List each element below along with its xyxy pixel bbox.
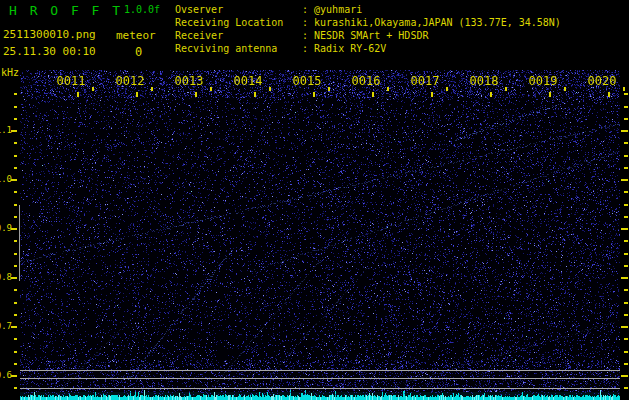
freq-minor-tick-right xyxy=(624,253,628,255)
freq-major-tick-right xyxy=(621,277,628,279)
time-minute-tick xyxy=(136,92,138,97)
freq-minor-tick-right xyxy=(624,387,628,389)
freq-minor-tick-right xyxy=(624,289,628,291)
time-sub-tick xyxy=(387,87,389,91)
time-sub-tick xyxy=(151,87,153,91)
freq-minor-tick-right xyxy=(624,142,628,144)
info-row-label: Ovserver xyxy=(175,3,302,16)
freq-minor-tick-left xyxy=(14,253,17,255)
time-axis-label: 0018 xyxy=(470,74,499,88)
freq-minor-tick-left xyxy=(14,240,17,242)
info-row-label: Receiver xyxy=(175,29,302,42)
freq-minor-tick-left xyxy=(14,351,17,353)
freq-minor-tick-right xyxy=(624,351,628,353)
observation-datetime: 25.11.30 00:10 xyxy=(3,45,96,58)
freq-minor-tick-left xyxy=(14,302,17,304)
time-sub-tick xyxy=(505,87,507,91)
freq-minor-tick-left xyxy=(14,142,17,144)
freq-minor-tick-left xyxy=(14,167,17,169)
time-sub-tick xyxy=(564,87,566,91)
freq-minor-tick-right xyxy=(624,314,628,316)
time-minute-tick xyxy=(490,92,492,97)
freq-minor-tick-right xyxy=(624,155,628,157)
freq-minor-tick-right xyxy=(624,338,628,340)
freq-minor-tick-right xyxy=(624,302,628,304)
info-row-separator: : xyxy=(302,17,314,28)
info-row: Receiver: NESDR SMArt + HDSDR xyxy=(175,29,561,42)
time-sub-tick xyxy=(210,87,212,91)
time-axis-label: 0013 xyxy=(175,74,204,88)
freq-minor-tick-right xyxy=(624,204,628,206)
freq-minor-tick-right xyxy=(624,106,628,108)
observer-info-block: Ovserver: @yuhmariReceiving Location: ku… xyxy=(175,3,561,55)
freq-minor-tick-left xyxy=(14,106,17,108)
freq-major-tick-left xyxy=(11,277,17,279)
time-minute-tick xyxy=(549,92,551,97)
freq-minor-tick-left xyxy=(14,387,17,389)
freq-minor-tick-right xyxy=(624,363,628,365)
time-axis-label: 0017 xyxy=(411,74,440,88)
time-minute-tick xyxy=(313,92,315,97)
freq-minor-tick-left xyxy=(14,191,17,193)
freq-minor-tick-left xyxy=(14,155,17,157)
hrofft-window: H R O F F T 1.0.0f 2511300010.png meteor… xyxy=(0,0,629,400)
time-minute-tick xyxy=(431,92,433,97)
info-row: Recviving antenna: Radix RY-62V xyxy=(175,42,561,55)
time-axis-label: 0011 xyxy=(57,74,86,88)
meteor-counter-value: 0 xyxy=(135,45,142,59)
time-minute-tick xyxy=(608,92,610,97)
freq-minor-tick-left xyxy=(14,204,17,206)
time-sub-tick xyxy=(92,87,94,91)
info-row-separator: : xyxy=(302,4,314,15)
time-sub-tick xyxy=(623,87,625,91)
meteor-counter-label: meteor xyxy=(116,29,156,42)
time-axis-label: 0014 xyxy=(234,74,263,88)
freq-major-tick-left xyxy=(11,228,17,230)
freq-major-tick-left xyxy=(11,179,17,181)
info-row-value: @yuhmari xyxy=(314,4,362,15)
time-axis-label: 0016 xyxy=(352,74,381,88)
time-minute-tick xyxy=(254,92,256,97)
info-row: Ovserver: @yuhmari xyxy=(175,3,561,16)
freq-minor-tick-left xyxy=(14,314,17,316)
freq-major-tick-left xyxy=(11,130,17,132)
freq-major-tick-right xyxy=(621,375,628,377)
frequency-unit-label: kHz xyxy=(1,67,19,78)
app-version: 1.0.0f xyxy=(124,4,160,15)
info-row-label: Receiving Location xyxy=(175,16,302,29)
app-title: H R O F F T xyxy=(9,3,123,18)
freq-minor-tick-right xyxy=(624,216,628,218)
time-axis-label: 0012 xyxy=(116,74,145,88)
freq-minor-tick-left xyxy=(14,216,17,218)
freq-minor-tick-right xyxy=(624,191,628,193)
freq-major-tick-right xyxy=(621,130,628,132)
freq-minor-tick-right xyxy=(624,118,628,120)
info-row-separator: : xyxy=(302,30,314,41)
freq-minor-tick-left xyxy=(14,265,17,267)
freq-minor-tick-left xyxy=(14,338,17,340)
info-row: Receiving Location: kurashiki,Okayama,JA… xyxy=(175,16,561,29)
time-minute-tick xyxy=(195,92,197,97)
time-minute-tick xyxy=(77,92,79,97)
freq-minor-tick-right xyxy=(624,167,628,169)
freq-minor-tick-left xyxy=(14,118,17,120)
time-sub-tick xyxy=(269,87,271,91)
time-sub-tick xyxy=(446,87,448,91)
freq-minor-tick-left xyxy=(14,363,17,365)
freq-major-tick-right xyxy=(621,179,628,181)
time-minute-tick xyxy=(372,92,374,97)
freq-minor-tick-left xyxy=(14,289,17,291)
info-row-value: NESDR SMArt + HDSDR xyxy=(314,30,428,41)
freq-major-tick-right xyxy=(621,326,628,328)
time-axis-label: 0019 xyxy=(529,74,558,88)
freq-minor-tick-right xyxy=(624,240,628,242)
spectrogram-canvas xyxy=(20,70,620,400)
freq-minor-tick-right xyxy=(624,93,628,95)
info-row-value: Radix RY-62V xyxy=(314,43,386,54)
info-row-value: kurashiki,Okayama,JAPAN (133.77E, 34.58N… xyxy=(314,17,561,28)
time-axis-label: 0015 xyxy=(293,74,322,88)
info-row-label: Recviving antenna xyxy=(175,42,302,55)
time-sub-tick xyxy=(328,87,330,91)
calibration-marker-line xyxy=(19,205,20,281)
freq-minor-tick-right xyxy=(624,265,628,267)
